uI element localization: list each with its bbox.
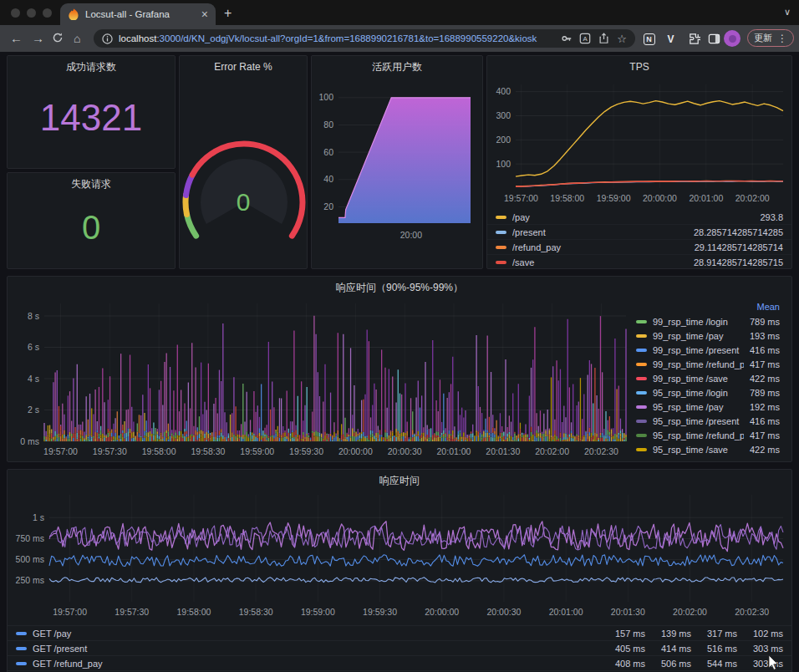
svg-text:20:01:00: 20:01:00 — [689, 193, 723, 203]
series-label[interactable]: /pay — [512, 212, 754, 222]
browser-tab[interactable]: Locsut-all - Grafana × — [60, 3, 216, 25]
series-label[interactable]: /save — [512, 257, 688, 267]
series-value: 506 ms — [651, 659, 691, 669]
panel-tps[interactable]: TPS 10020030040019:57:0019:58:0019:59:00… — [486, 55, 792, 269]
legend-row[interactable]: /refund_pay29.114285714285714 — [487, 239, 791, 254]
new-tab-button[interactable]: + — [224, 6, 232, 21]
legend-row[interactable]: GET /present405 ms414 ms516 ms303 ms — [8, 640, 791, 655]
tab-close-icon[interactable]: × — [201, 8, 208, 20]
series-label[interactable]: /present — [512, 227, 688, 237]
share-icon[interactable] — [597, 32, 610, 45]
home-icon[interactable]: ⌂ — [74, 31, 80, 46]
bookmark-star-icon[interactable]: ☆ — [615, 32, 629, 45]
panel-title: 活跃用户数 — [312, 56, 482, 76]
response-time-chart[interactable]: 250 ms500 ms750 ms1 s19:57:0019:57:3019:… — [9, 488, 788, 625]
legend-row[interactable]: /save28.914285714285715 — [487, 254, 791, 269]
extensions-puzzle-icon[interactable] — [687, 32, 701, 46]
series-swatch — [16, 632, 27, 635]
profile-avatar[interactable] — [724, 30, 740, 47]
legend-row[interactable]: 99_rsp_time /login789 ms — [628, 314, 788, 328]
stat-wrap: 0 — [8, 193, 175, 262]
menu-kebab-icon[interactable]: ⋮ — [777, 33, 787, 44]
svg-text:20:00:30: 20:00:30 — [486, 607, 521, 617]
url-bar[interactable]: localhost:3000/d/KN_odgjVk/locsut-all?or… — [94, 29, 635, 48]
svg-text:40: 40 — [323, 174, 333, 184]
legend-row[interactable]: /present28.285714285714285 — [487, 224, 791, 239]
tps-legend: /pay293.8/present28.285714285714285/refu… — [487, 210, 791, 269]
panel-active-users[interactable]: 活跃用户数 2040608010020:00 user_count — [311, 55, 483, 269]
response-percentile-chart[interactable]: 0 ms2 s4 s6 s8 s19:57:0019:57:3019:58:00… — [9, 298, 629, 462]
panel-success-requests[interactable]: 成功请求数 14321 — [7, 55, 176, 169]
legend-row[interactable]: 95_rsp_time /refund_pay417 ms — [628, 428, 788, 442]
svg-text:19:57:00: 19:57:00 — [53, 607, 87, 617]
legend-row[interactable]: 95_rsp_time /save422 ms — [628, 442, 788, 456]
series-swatch — [636, 349, 647, 352]
series-label[interactable]: 99_rsp_time /pay — [653, 331, 744, 341]
svg-text:1 s: 1 s — [33, 512, 44, 522]
series-value: 416 ms — [750, 416, 780, 426]
series-label[interactable]: 99_rsp_time /refund_pay — [653, 359, 744, 369]
legend-row[interactable]: 99_rsp_time /save422 ms — [628, 371, 788, 385]
extension-n-icon[interactable]: N — [642, 32, 656, 46]
chrome-update-button[interactable]: 更新 ⋮ — [747, 29, 794, 47]
panel-failed-requests[interactable]: 失败请求 0 — [7, 172, 176, 269]
browser-window: { "browser": { "tab": {"title": "Locsut-… — [0, 0, 799, 672]
site-info-icon[interactable] — [100, 32, 114, 45]
series-value: 516 ms — [697, 644, 737, 654]
panel-response-time[interactable]: 响应时间 250 ms500 ms750 ms1 s19:57:0019:57:… — [7, 469, 792, 672]
legend-row[interactable]: 95_rsp_time /login789 ms — [628, 385, 788, 400]
traffic-light-close[interactable] — [11, 8, 20, 18]
legend-mean-header[interactable]: Mean — [628, 300, 788, 314]
legend-row[interactable]: /pay293.8 — [487, 210, 791, 224]
legend-row[interactable]: 99_rsp_time /pay193 ms — [628, 328, 788, 343]
legend-row[interactable]: 95_rsp_time /pay192 ms — [628, 400, 788, 414]
series-label[interactable]: GET /present — [33, 644, 599, 654]
series-label[interactable]: GET /refund_pay — [33, 659, 599, 669]
back-icon[interactable]: ← — [10, 31, 23, 46]
series-label[interactable]: /refund_pay — [512, 242, 689, 252]
series-swatch — [636, 334, 647, 338]
active-users-chart[interactable]: 2040608010020:00 — [315, 76, 481, 252]
failed-requests-value: 0 — [82, 209, 100, 247]
series-label[interactable]: 99_rsp_time /save — [653, 374, 744, 384]
tps-chart[interactable]: 10020030040019:57:0019:58:0019:59:0020:0… — [491, 76, 790, 208]
side-panel-icon[interactable] — [707, 32, 721, 46]
svg-text:A: A — [583, 35, 588, 43]
error-rate-gauge[interactable] — [181, 81, 307, 257]
series-label[interactable]: 95_rsp_time /login — [653, 388, 744, 398]
series-label[interactable]: 99_rsp_time /login — [653, 317, 744, 327]
series-label[interactable]: 95_rsp_time /refund_pay — [653, 430, 744, 440]
forward-icon[interactable]: → — [32, 31, 44, 46]
svg-text:100: 100 — [318, 92, 333, 102]
url-text[interactable]: localhost:3000/d/KN_odgjVk/locsut-all?or… — [119, 33, 555, 43]
legend-row[interactable]: 99_rsp_time /refund_pay417 ms — [628, 357, 788, 371]
series-label[interactable]: 95_rsp_time /present — [653, 416, 744, 426]
reload-icon[interactable] — [52, 32, 64, 47]
legend-row[interactable]: GET /refund_pay408 ms506 ms544 ms303 ms — [8, 655, 791, 670]
series-label[interactable]: 99_rsp_time /present — [653, 345, 744, 355]
translate-icon[interactable]: A — [578, 32, 592, 45]
panel-error-rate[interactable]: Error Rate % 0 — [179, 55, 308, 269]
svg-text:6 s: 6 s — [28, 342, 39, 352]
legend-row[interactable]: 99_rsp_time /present416 ms — [628, 343, 788, 357]
series-label[interactable]: 95_rsp_time /pay — [653, 402, 744, 412]
extension-v-icon[interactable]: V — [664, 32, 678, 46]
series-value: 414 ms — [651, 644, 691, 654]
tab-list-chevron-icon[interactable]: ∨ — [784, 7, 791, 18]
panel-response-time-percentiles[interactable]: 响应时间（90%-95%-99%） 0 ms2 s4 s6 s8 s19:57:… — [7, 276, 792, 462]
svg-text:20:01:30: 20:01:30 — [486, 446, 520, 456]
series-value: 317 ms — [697, 629, 737, 639]
traffic-light-minimize[interactable] — [27, 8, 36, 18]
svg-text:20:01:30: 20:01:30 — [611, 607, 645, 617]
legend-row[interactable]: GET /pay157 ms139 ms317 ms102 ms — [8, 625, 791, 640]
series-swatch — [636, 391, 647, 395]
svg-text:19:57:00: 19:57:00 — [504, 193, 538, 203]
series-label[interactable]: 95_rsp_time /save — [653, 445, 744, 455]
traffic-light-zoom[interactable] — [43, 8, 52, 18]
legend-row[interactable]: 95_rsp_time /present416 ms — [628, 414, 788, 428]
svg-text:60: 60 — [323, 147, 333, 157]
svg-text:2 s: 2 s — [28, 405, 39, 415]
series-swatch — [636, 320, 647, 323]
password-key-icon[interactable] — [560, 32, 573, 45]
series-label[interactable]: GET /pay — [33, 629, 599, 639]
